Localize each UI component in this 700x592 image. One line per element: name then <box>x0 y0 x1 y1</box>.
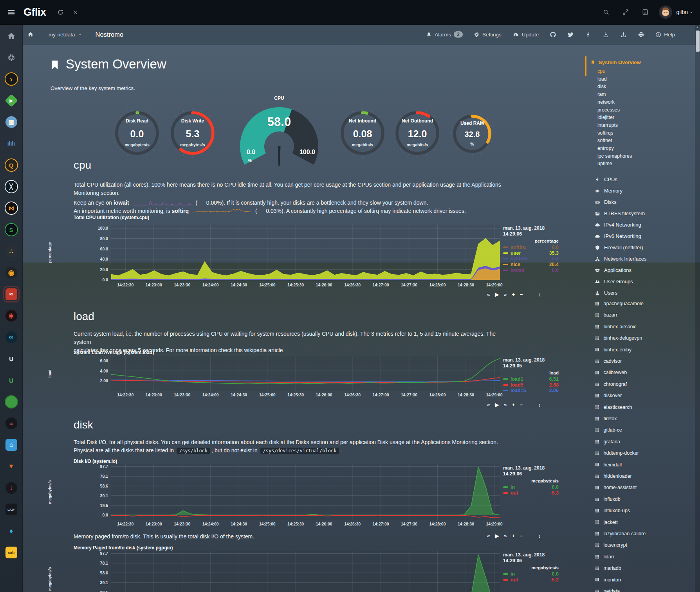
cpu-legend-iowait[interactable]: iowait0.0 <box>503 267 559 273</box>
grafana-icon[interactable]: ◉ <box>4 266 18 280</box>
toc-section-user-groups[interactable]: User Groups <box>595 279 633 284</box>
close-icon[interactable] <box>72 9 78 15</box>
search-icon[interactable] <box>603 9 610 16</box>
toc-item-softnet[interactable]: softnet <box>597 138 612 145</box>
cpu-pan-backward-button[interactable]: « <box>487 292 490 297</box>
import-snapshot-icon[interactable] <box>620 31 627 38</box>
blue-drop-icon[interactable]: ♦ <box>4 524 18 538</box>
toc-app-netdata[interactable]: netdata <box>595 588 620 592</box>
sabnzbd-icon[interactable]: sab <box>4 545 18 560</box>
toc-item-uptime[interactable]: uptime <box>597 161 612 168</box>
toc-app-apacheguacamole[interactable]: apacheguacamole <box>595 301 644 306</box>
system-load-chart[interactable] <box>111 356 500 391</box>
toc-app-influxdb[interactable]: influxdb <box>595 497 621 502</box>
gitlab-icon[interactable]: ▼ <box>4 459 18 473</box>
export-snapshot-icon[interactable] <box>603 31 609 38</box>
toc-item-load[interactable]: load <box>597 76 607 83</box>
gauge-net-inbound[interactable]: Net Inbound0.08megabits/s <box>337 107 388 159</box>
cpu-legend-nice[interactable]: nice20.4 <box>503 262 559 268</box>
system-cpu-chart[interactable] <box>111 225 500 281</box>
cpu-play-button[interactable]: ▶ <box>495 292 499 297</box>
refresh-icon[interactable] <box>57 9 64 16</box>
nav-home-icon[interactable] <box>27 31 34 38</box>
toc-app-jackett[interactable]: jackett <box>595 520 618 525</box>
gauge-disk-write[interactable]: Disk Write5.3megabytes/s <box>167 107 218 159</box>
disk-play-button[interactable]: ▶ <box>495 533 499 538</box>
toc-item-interrupts[interactable]: interrupts <box>597 122 618 130</box>
toc-app-firefox[interactable]: firefox <box>595 416 617 421</box>
host-dropdown[interactable]: my-netdata <box>49 32 82 38</box>
toc-item-cpu[interactable]: cpu <box>597 68 605 76</box>
system-disk-chart[interactable] <box>111 464 500 520</box>
update-button[interactable]: Update <box>512 32 539 38</box>
toc-app-gitlab-ce[interactable]: gitlab-ce <box>595 427 622 433</box>
user-caret-icon[interactable] <box>689 10 694 15</box>
cpu-legend-softirq[interactable]: softirq0.0 <box>503 245 559 250</box>
toc-app-calibreweb[interactable]: calibreweb <box>595 370 627 375</box>
airsonic-waveform-icon[interactable]: ılılı <box>4 137 18 151</box>
pgpgio-legend-in[interactable]: in0.0 <box>503 571 559 577</box>
facebook-icon[interactable] <box>585 31 592 38</box>
toc-app-heimdall[interactable]: heimdall <box>595 462 622 468</box>
load-pan-backward-button[interactable]: « <box>487 402 490 407</box>
toc-app-lidarr[interactable]: lidarr <box>595 554 614 560</box>
infinity-icon[interactable]: ∞ <box>4 330 18 344</box>
cpu-zoom-out-button[interactable]: − <box>520 292 523 297</box>
disk-pan-forward-button[interactable]: » <box>504 533 507 538</box>
toc-section-firewall-netfilter-[interactable]: Firewall (netfilter) <box>595 245 643 250</box>
wikipedia-article-link[interactable]: wikipedia article <box>244 347 283 353</box>
load-play-button[interactable]: ▶ <box>495 402 499 407</box>
fan-icon[interactable]: ╳ <box>4 180 18 194</box>
toc-item-idlejitter[interactable]: idlejitter <box>597 115 614 122</box>
toc-section-applications[interactable]: Applications <box>595 267 631 273</box>
disk-zoom-out-button[interactable]: − <box>520 533 523 538</box>
gauge-net-outbound[interactable]: Net Outbound12.0megabits/s <box>391 107 443 159</box>
green-u-icon[interactable]: ∪ <box>4 373 18 387</box>
jackett-search-icon[interactable]: Q <box>4 158 18 172</box>
toc-section-ipv4-networking[interactable]: IPv4 Networking <box>595 222 641 228</box>
toc-section-network-interfaces[interactable]: Network Interfaces <box>595 256 646 262</box>
load-zoom-in-button[interactable]: + <box>512 402 515 407</box>
toc-app-lazylibrarian-calibre[interactable]: lazylibrarian-calibre <box>595 531 646 536</box>
toc-app-chronograf[interactable]: chronograf <box>595 381 627 387</box>
cpu-pan-forward-button[interactable]: » <box>504 292 507 297</box>
github-icon[interactable] <box>550 31 556 38</box>
toc-section-btrfs-filesystem[interactable]: BTRFS filesystem <box>595 211 645 216</box>
load-legend-load1[interactable]: load16.51 <box>503 376 559 382</box>
toc-app-mariadb[interactable]: mariadb <box>595 565 621 571</box>
toc-app-letsencrypt[interactable]: letsencrypt <box>595 542 627 548</box>
toc-section-users[interactable]: Users <box>595 290 617 296</box>
blue-house-icon[interactable]: ⌂ <box>4 438 18 452</box>
toc-app-diskover[interactable]: diskover <box>595 393 622 398</box>
stacked-bars-icon[interactable]: ≡ <box>4 416 18 430</box>
toc-app-hddtemp-docker[interactable]: hddtemp-docker <box>595 450 639 456</box>
load-resize-handle[interactable]: ↕ <box>538 402 541 407</box>
toc-app-elasticsearch[interactable]: elasticsearch <box>595 405 632 410</box>
toc-app-binhex-airsonic[interactable]: binhex-airsonic <box>595 324 637 329</box>
home-icon[interactable] <box>4 29 18 43</box>
toc-app-binhex-delugevpn[interactable]: binhex-delugevpn <box>595 335 642 341</box>
red-flower-icon[interactable]: ∗ <box>4 309 18 323</box>
load-zoom-out-button[interactable]: − <box>520 402 523 407</box>
cpu-zoom-in-button[interactable]: + <box>512 292 515 297</box>
toc-app-monitorr[interactable]: monitorr <box>595 577 621 583</box>
plex-icon[interactable]: › <box>4 72 18 86</box>
scrollbar-up-arrow[interactable]: ▲ <box>696 25 699 29</box>
load-legend-load5[interactable]: load52.68 <box>503 382 559 388</box>
toc-app-binhex-emby[interactable]: binhex-emby <box>595 347 631 353</box>
toc-section-memory[interactable]: Memory <box>595 188 622 194</box>
load-pan-forward-button[interactable]: » <box>504 402 507 407</box>
tautulli-icon[interactable]: ▦ <box>4 115 18 129</box>
changelog-icon[interactable] <box>642 9 649 16</box>
toc-item-disk[interactable]: disk <box>597 84 606 91</box>
toc-section-cpus[interactable]: CPUs <box>595 176 617 182</box>
bowtie-icon[interactable]: ⋈ <box>4 201 18 215</box>
disk-resize-handle[interactable]: ↕ <box>538 533 541 538</box>
disk-legend-out[interactable]: out-5.3 <box>503 490 559 496</box>
disk-pan-backward-button[interactable]: « <box>487 533 490 538</box>
cpu-legend-user[interactable]: user35.3 <box>503 250 559 256</box>
gauge-used-ram[interactable]: Used RAM32.8% <box>449 111 495 157</box>
fullscreen-icon[interactable] <box>622 9 629 16</box>
menu-icon[interactable] <box>7 8 16 16</box>
alarms-button[interactable]: Alarms 2 <box>426 31 463 38</box>
